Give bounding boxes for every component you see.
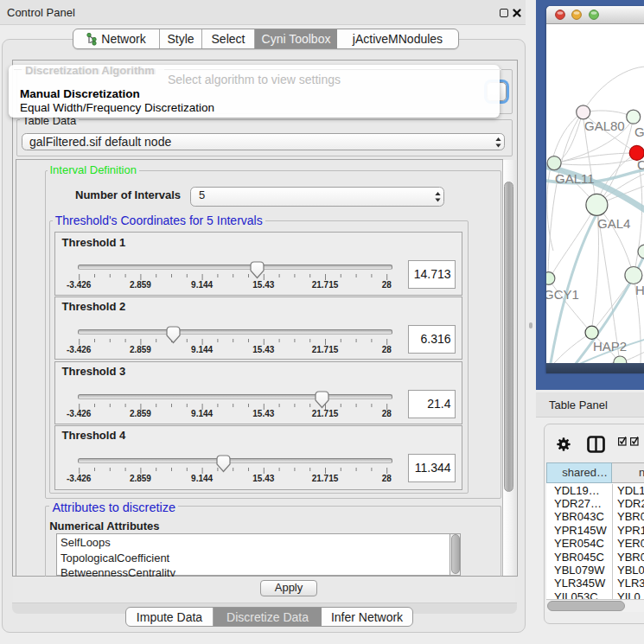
svg-text:GAL11: GAL11 [555, 171, 595, 186]
svg-text:GAL4: GAL4 [597, 216, 630, 231]
svg-text:GCY1: GCY1 [546, 287, 579, 302]
svg-text:HAP2: HAP2 [593, 339, 627, 354]
svg-text:GAL80: GAL80 [584, 118, 625, 133]
svg-text:H: H [635, 283, 644, 297]
svg-text:GA: GA [634, 124, 644, 139]
svg-text:C: C [637, 157, 644, 172]
